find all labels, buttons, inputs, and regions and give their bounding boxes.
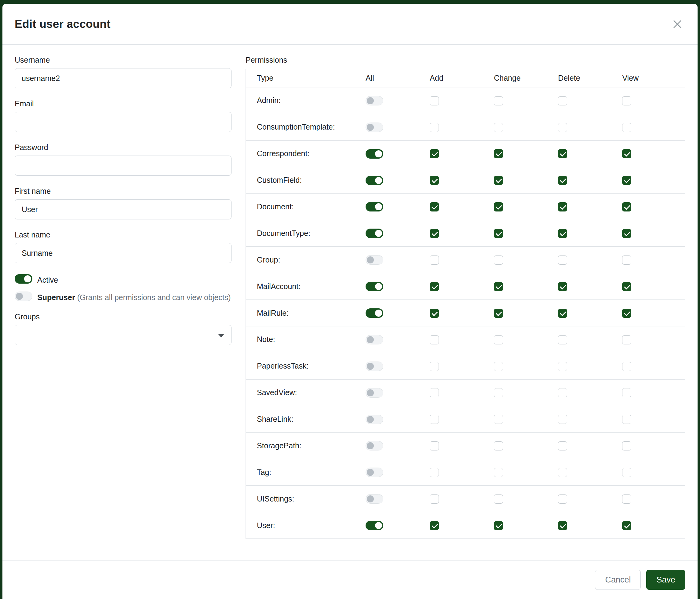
- permission-delete-checkbox[interactable]: [558, 521, 567, 530]
- permission-all-toggle[interactable]: [366, 282, 383, 291]
- permission-delete-checkbox[interactable]: [558, 229, 567, 238]
- permission-add-checkbox[interactable]: [430, 335, 439, 344]
- permission-view-checkbox[interactable]: [622, 521, 631, 530]
- permission-add-checkbox[interactable]: [430, 123, 439, 132]
- permission-delete-checkbox[interactable]: [558, 176, 567, 185]
- close-button[interactable]: [670, 16, 685, 32]
- permission-view-checkbox[interactable]: [622, 335, 631, 344]
- permission-add-checkbox[interactable]: [430, 388, 439, 397]
- password-field[interactable]: [15, 155, 231, 176]
- column-header-type: Type: [246, 69, 365, 88]
- permission-change-checkbox[interactable]: [494, 388, 503, 397]
- permission-delete-checkbox[interactable]: [558, 468, 567, 477]
- permission-change-checkbox[interactable]: [494, 468, 503, 477]
- permission-view-checkbox[interactable]: [622, 149, 631, 158]
- permission-all-toggle[interactable]: [366, 521, 383, 530]
- permissions-table: Type All Add Change Delete View Admin:Co…: [246, 69, 685, 539]
- permission-all-toggle[interactable]: [366, 388, 383, 398]
- permission-change-checkbox[interactable]: [494, 96, 503, 105]
- permission-change-checkbox[interactable]: [494, 149, 503, 158]
- permission-add-checkbox[interactable]: [430, 521, 439, 530]
- permission-delete-checkbox[interactable]: [558, 362, 567, 371]
- permission-view-checkbox[interactable]: [622, 229, 631, 238]
- permission-view-checkbox[interactable]: [622, 123, 631, 132]
- permission-add-checkbox[interactable]: [430, 362, 439, 371]
- permission-view-checkbox[interactable]: [622, 468, 631, 477]
- superuser-toggle[interactable]: [15, 291, 32, 301]
- permission-change-checkbox[interactable]: [494, 176, 503, 185]
- permission-delete-checkbox[interactable]: [558, 335, 567, 344]
- permission-delete-checkbox[interactable]: [558, 96, 567, 105]
- permission-view-checkbox[interactable]: [622, 256, 631, 265]
- first-name-field[interactable]: [15, 199, 231, 219]
- permission-all-toggle[interactable]: [366, 308, 383, 318]
- permission-all-toggle[interactable]: [366, 202, 383, 212]
- permission-all-toggle[interactable]: [366, 96, 383, 105]
- permission-delete-checkbox[interactable]: [558, 415, 567, 424]
- permission-view-checkbox[interactable]: [622, 362, 631, 371]
- permission-delete-checkbox[interactable]: [558, 388, 567, 397]
- column-header-change: Change: [493, 69, 557, 88]
- permission-delete-checkbox[interactable]: [558, 149, 567, 158]
- permission-add-checkbox[interactable]: [430, 256, 439, 265]
- groups-select[interactable]: [15, 325, 231, 345]
- permission-view-checkbox[interactable]: [622, 176, 631, 185]
- first-name-label: First name: [15, 187, 231, 196]
- save-button[interactable]: Save: [646, 570, 685, 590]
- permission-view-checkbox[interactable]: [622, 202, 631, 212]
- permission-add-checkbox[interactable]: [430, 282, 439, 291]
- permission-delete-checkbox[interactable]: [558, 441, 567, 451]
- permission-add-checkbox[interactable]: [430, 468, 439, 477]
- permission-all-toggle[interactable]: [366, 176, 383, 185]
- permission-view-checkbox[interactable]: [622, 495, 631, 504]
- permission-change-checkbox[interactable]: [494, 309, 503, 318]
- permission-delete-checkbox[interactable]: [558, 202, 567, 212]
- permission-change-checkbox[interactable]: [494, 335, 503, 344]
- permission-add-checkbox[interactable]: [430, 149, 439, 158]
- permission-all-toggle[interactable]: [366, 123, 383, 132]
- last-name-field[interactable]: [15, 243, 231, 263]
- permission-add-checkbox[interactable]: [430, 176, 439, 185]
- permission-change-checkbox[interactable]: [494, 229, 503, 238]
- permission-all-toggle[interactable]: [366, 362, 383, 371]
- permission-change-checkbox[interactable]: [494, 441, 503, 451]
- permission-delete-checkbox[interactable]: [558, 123, 567, 132]
- permission-add-checkbox[interactable]: [430, 415, 439, 424]
- permission-view-checkbox[interactable]: [622, 96, 631, 105]
- permission-change-checkbox[interactable]: [494, 521, 503, 530]
- permission-delete-checkbox[interactable]: [558, 282, 567, 291]
- cancel-button[interactable]: Cancel: [595, 570, 641, 590]
- permission-all-toggle[interactable]: [366, 229, 383, 238]
- permission-delete-checkbox[interactable]: [558, 309, 567, 318]
- permission-add-checkbox[interactable]: [430, 309, 439, 318]
- active-toggle[interactable]: [15, 274, 32, 284]
- permission-view-checkbox[interactable]: [622, 441, 631, 451]
- permission-add-checkbox[interactable]: [430, 96, 439, 105]
- permission-change-checkbox[interactable]: [494, 256, 503, 265]
- permission-change-checkbox[interactable]: [494, 123, 503, 132]
- permission-all-toggle[interactable]: [366, 255, 383, 265]
- permission-all-toggle[interactable]: [366, 468, 383, 477]
- permission-view-checkbox[interactable]: [622, 388, 631, 397]
- username-input[interactable]: [15, 68, 231, 88]
- email-field[interactable]: [15, 112, 231, 132]
- permission-view-checkbox[interactable]: [622, 415, 631, 424]
- permission-all-toggle[interactable]: [366, 415, 383, 424]
- permission-add-checkbox[interactable]: [430, 441, 439, 451]
- permission-add-checkbox[interactable]: [430, 202, 439, 212]
- permission-change-checkbox[interactable]: [494, 495, 503, 504]
- permission-change-checkbox[interactable]: [494, 282, 503, 291]
- permission-delete-checkbox[interactable]: [558, 495, 567, 504]
- permission-view-checkbox[interactable]: [622, 309, 631, 318]
- permission-all-toggle[interactable]: [366, 335, 383, 344]
- permission-change-checkbox[interactable]: [494, 202, 503, 212]
- permission-all-toggle[interactable]: [366, 494, 383, 504]
- permission-all-toggle[interactable]: [366, 149, 383, 159]
- permission-view-checkbox[interactable]: [622, 282, 631, 291]
- permission-add-checkbox[interactable]: [430, 495, 439, 504]
- permission-delete-checkbox[interactable]: [558, 256, 567, 265]
- permission-add-checkbox[interactable]: [430, 229, 439, 238]
- permission-change-checkbox[interactable]: [494, 415, 503, 424]
- permission-all-toggle[interactable]: [366, 441, 383, 451]
- permission-change-checkbox[interactable]: [494, 362, 503, 371]
